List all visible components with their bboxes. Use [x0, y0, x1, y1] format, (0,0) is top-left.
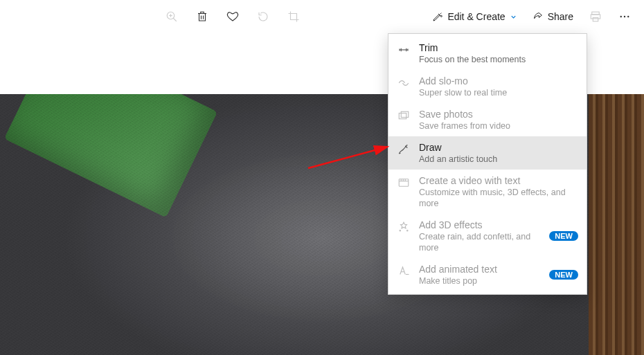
- menu-item-title: Save photos: [419, 108, 578, 120]
- print-button: [582, 3, 609, 30]
- svg-rect-9: [593, 18, 598, 21]
- menu-item-subtitle: Add an artistic touch: [419, 154, 578, 165]
- rotate-button: [249, 3, 277, 30]
- svg-rect-18: [399, 113, 406, 119]
- slomo-icon: [397, 76, 411, 90]
- share-button[interactable]: Share: [526, 3, 580, 30]
- svg-rect-20: [399, 179, 409, 187]
- menu-item-title: Trim: [419, 42, 578, 54]
- edit-create-icon: [432, 11, 443, 22]
- svg-rect-8: [591, 15, 600, 19]
- toolbar-right: Edit & Create Share: [425, 3, 638, 30]
- svg-point-26: [407, 230, 409, 232]
- menu-item-trim[interactable]: Trim Focus on the best moments: [388, 37, 587, 70]
- menu-item-save-photos[interactable]: Save photos Save frames from video: [388, 103, 587, 136]
- menu-item-subtitle: Save frames from video: [419, 120, 578, 131]
- menu-item-title: Add slo-mo: [419, 75, 578, 87]
- menu-item-title: Add animated text: [419, 263, 541, 275]
- menu-item-animated-text[interactable]: Add animated text Make titles pop NEW: [388, 258, 587, 291]
- chevron-down-icon: [510, 13, 517, 21]
- menu-item-subtitle: Customize with music, 3D effects, and mo…: [419, 187, 578, 209]
- ellipsis-icon: [618, 10, 631, 23]
- more-button[interactable]: [611, 3, 638, 30]
- share-icon: [533, 11, 544, 22]
- new-badge: NEW: [549, 270, 578, 280]
- new-badge: NEW: [549, 231, 578, 241]
- svg-rect-19: [401, 111, 409, 117]
- toolbar-left: [158, 3, 307, 30]
- video-icon: [397, 176, 411, 190]
- menu-item-3d-effects[interactable]: Add 3D effects Create rain, add confetti…: [388, 214, 587, 258]
- crop-icon: [287, 10, 300, 23]
- menu-item-create-video[interactable]: Create a video with text Customize with …: [388, 170, 587, 214]
- animtext-icon: [397, 264, 411, 278]
- menu-item-title: Create a video with text: [419, 174, 578, 187]
- menu-item-subtitle: Focus on the best moments: [419, 54, 578, 65]
- crop-button: [280, 3, 307, 30]
- trim-icon: [397, 43, 411, 57]
- menu-item-subtitle: Make titles pop: [419, 275, 541, 286]
- delete-button[interactable]: [188, 3, 216, 30]
- svg-point-6: [441, 15, 442, 17]
- trash-icon: [196, 10, 208, 23]
- menu-item-draw[interactable]: Draw Add an artistic touch: [388, 136, 587, 170]
- menu-item-title: Add 3D effects: [419, 219, 541, 231]
- zoom-in-icon: [166, 10, 178, 23]
- svg-point-11: [624, 16, 625, 17]
- heart-icon: [226, 10, 239, 23]
- saveframes-icon: [397, 109, 411, 123]
- edit-create-button[interactable]: Edit & Create: [425, 3, 524, 30]
- menu-item-subtitle: Create rain, add confetti, and more: [419, 231, 541, 253]
- share-label: Share: [548, 11, 573, 22]
- draw-icon: [397, 143, 411, 156]
- menu-item-subtitle: Super slow to real time: [419, 87, 578, 98]
- edit-create-label: Edit & Create: [447, 11, 505, 22]
- menu-item-title: Draw: [419, 141, 578, 154]
- menu-item-slomo[interactable]: Add slo-mo Super slow to real time: [388, 70, 587, 103]
- favorite-button[interactable]: [219, 3, 247, 30]
- rotate-icon: [257, 10, 269, 23]
- svg-point-25: [400, 230, 401, 232]
- svg-line-1: [173, 18, 177, 21]
- svg-point-12: [627, 16, 629, 17]
- print-icon: [589, 10, 602, 23]
- toolbar: Edit & Create Share: [0, 0, 644, 33]
- effects-icon: [397, 220, 411, 234]
- svg-point-10: [620, 16, 622, 17]
- edit-create-menu: Trim Focus on the best moments Add slo-m…: [388, 33, 587, 295]
- zoom-in-button: [158, 3, 186, 30]
